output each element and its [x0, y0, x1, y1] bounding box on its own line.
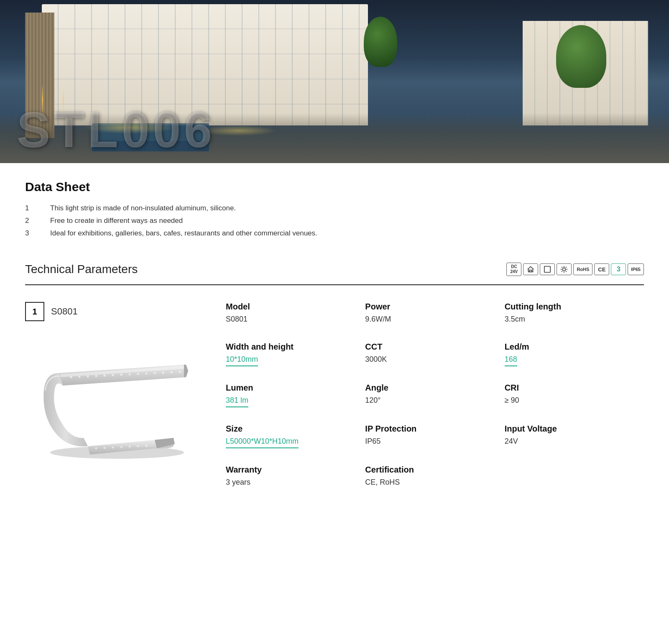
led-strip-svg — [33, 340, 201, 465]
badge-rohs: RoHS — [573, 263, 592, 275]
svg-point-23 — [162, 372, 164, 374]
features-list: 1 This light strip is made of non-insula… — [25, 204, 644, 238]
badge-square — [540, 263, 555, 275]
spec-cri-label: CRI — [505, 383, 644, 393]
spec-placeholder — [505, 465, 644, 488]
spec-size-value: L50000*W10*H10mm — [226, 437, 299, 448]
spec-warranty-value: 3 years — [226, 478, 250, 488]
feature-num-1: 1 — [25, 204, 50, 212]
svg-point-16 — [104, 375, 106, 377]
badge-dc24v: DC24V — [506, 263, 521, 276]
svg-point-29 — [120, 446, 123, 448]
spec-ip-protection: IP Protection IP65 — [365, 424, 504, 448]
spec-lumen-value: 381 lm — [226, 396, 248, 407]
badge-ip65: IP65 — [628, 263, 644, 275]
spec-model: Model S0801 — [226, 302, 365, 325]
feature-text-3: Ideal for exhibitions, galleries, bars, … — [50, 229, 317, 238]
svg-line-7 — [562, 267, 563, 268]
spec-power: Power 9.6W/M — [365, 302, 504, 325]
spec-cct-label: CCT — [365, 342, 504, 352]
specs-grid: Model S0801 Power 9.6W/M Cutting length … — [226, 302, 644, 488]
spec-size: Size L50000*W10*H10mm — [226, 424, 365, 448]
model-name-label: S0801 — [51, 306, 78, 317]
spec-power-label: Power — [365, 302, 504, 312]
spec-width-height: Width and height 10*10mm — [226, 342, 365, 366]
svg-point-27 — [104, 447, 106, 449]
hero-product-title: STL006 — [17, 105, 215, 155]
svg-point-22 — [154, 372, 156, 374]
spec-cri-value: ≥ 90 — [505, 396, 519, 406]
spec-input-voltage-label: Input Voltage — [505, 424, 644, 434]
spec-warranty-label: Warranty — [226, 465, 365, 475]
feature-item-3: 3 Ideal for exhibitions, galleries, bars… — [25, 229, 644, 238]
badge-ce: CE — [594, 263, 609, 275]
product-image-column: 1 S0801 — [25, 302, 209, 473]
badge-home — [523, 263, 538, 275]
feature-item-2: 2 Free to create in different ways as ne… — [25, 217, 644, 225]
spec-model-value: S0801 — [226, 315, 248, 325]
product-section: 1 S0801 — [25, 302, 644, 488]
svg-rect-0 — [530, 270, 532, 272]
spec-input-voltage-value: 24V — [505, 437, 518, 447]
tree-right — [556, 25, 606, 88]
spec-input-voltage: Input Voltage 24V — [505, 424, 644, 448]
svg-point-13 — [79, 376, 81, 378]
svg-point-31 — [137, 445, 139, 447]
spec-ip-protection-label: IP Protection — [365, 424, 504, 434]
hero-section: STL006 — [0, 0, 669, 163]
svg-rect-1 — [544, 266, 550, 272]
feature-text-1: This light strip is made of non-insulate… — [50, 204, 236, 212]
spec-angle: Angle 120° — [365, 383, 504, 407]
feature-item-1: 1 This light strip is made of non-insula… — [25, 204, 644, 212]
spec-cct: CCT 3000K — [365, 342, 504, 366]
svg-point-14 — [87, 376, 89, 378]
certification-badges: DC24V — [506, 263, 644, 276]
spec-cutting-length: Cutting length 3.5cm — [505, 302, 644, 325]
svg-point-15 — [95, 375, 97, 377]
spec-cutting-length-label: Cutting length — [505, 302, 644, 312]
svg-point-32 — [146, 445, 148, 447]
tree-center — [364, 17, 397, 67]
tech-section-title: Technical Parameters — [25, 263, 138, 276]
spec-width-height-value: 10*10mm — [226, 355, 258, 366]
spec-ip-protection-value: IP65 — [365, 437, 380, 447]
svg-line-9 — [566, 267, 567, 268]
spec-warranty: Warranty 3 years — [226, 465, 365, 488]
spec-cutting-length-value: 3.5cm — [505, 315, 525, 325]
svg-point-19 — [129, 373, 131, 376]
feature-text-2: Free to create in different ways as need… — [50, 217, 183, 225]
spec-width-height-label: Width and height — [226, 342, 365, 352]
tech-header: Technical Parameters DC24V — [25, 263, 644, 276]
spec-certification-value: CE, RoHS — [365, 478, 400, 488]
spec-cct-value: 3000K — [365, 355, 387, 365]
product-image — [25, 331, 209, 473]
feature-num-2: 2 — [25, 217, 50, 225]
spec-certification-label: Certification — [365, 465, 504, 475]
spec-model-label: Model — [226, 302, 365, 312]
svg-point-26 — [95, 447, 97, 450]
spec-lumen-label: Lumen — [226, 383, 365, 393]
spec-size-label: Size — [226, 424, 365, 434]
svg-point-2 — [563, 268, 566, 271]
svg-point-18 — [120, 374, 123, 376]
svg-point-30 — [129, 446, 131, 448]
svg-point-21 — [146, 373, 148, 375]
spec-power-value: 9.6W/M — [365, 315, 391, 325]
data-sheet-title: Data Sheet — [25, 180, 644, 194]
badge-3years: 3 — [611, 263, 626, 275]
spec-led-m: Led/m 168 — [505, 342, 644, 366]
spec-angle-value: 120° — [365, 396, 380, 406]
spec-led-m-value: 168 — [505, 355, 517, 366]
section-divider — [25, 284, 644, 285]
svg-point-24 — [171, 371, 173, 373]
spec-certification: Certification CE, RoHS — [365, 465, 504, 488]
product-model-label: 1 S0801 — [25, 302, 209, 321]
spec-led-m-label: Led/m — [505, 342, 644, 352]
feature-num-3: 3 — [25, 229, 50, 238]
spec-cri: CRI ≥ 90 — [505, 383, 644, 407]
badge-sun — [557, 263, 572, 275]
svg-point-20 — [137, 373, 139, 375]
svg-point-17 — [112, 374, 114, 376]
svg-point-28 — [112, 447, 114, 449]
svg-line-10 — [562, 271, 563, 272]
